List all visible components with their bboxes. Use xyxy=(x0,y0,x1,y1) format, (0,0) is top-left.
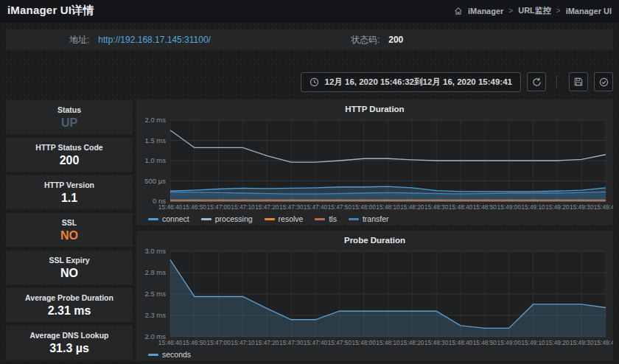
legend-swatch xyxy=(201,218,211,220)
y-axis-tick: 2.0 ms xyxy=(144,116,166,124)
x-axis-tick: 15:47:10 xyxy=(231,203,255,211)
y-axis-tick: 3.0 ms xyxy=(144,248,166,255)
x-axis-tick: 15:47:00 xyxy=(207,203,231,211)
http-duration-panel: HTTP Duration 2.0 ms1.5 ms1.0 ms500 µs0 … xyxy=(136,99,613,225)
stat-label: Average Probe Duration xyxy=(25,293,113,302)
stat-value: UP xyxy=(61,116,77,130)
x-axis-tick: 15:49:10 xyxy=(521,203,545,211)
stat-panel-average-probe-duration[interactable]: Average Probe Duration 2.31 ms xyxy=(6,288,133,322)
stat-value: NO xyxy=(60,267,78,280)
floppy-disk-icon xyxy=(574,77,583,86)
top-header-bar: iManager UI详情 iManager > URL监控 > iManage… xyxy=(0,0,619,22)
breadcrumb: iManager > URL监控 > iManager UI xyxy=(454,5,612,16)
x-axis-tick: 15:47:20 xyxy=(255,339,279,346)
clock-icon xyxy=(310,77,319,87)
refresh-button[interactable] xyxy=(527,72,546,91)
probe-duration-chart[interactable]: 3.0 ms2.8 ms2.5 ms2.3 ms2.0 ms15:46:4015… xyxy=(136,248,613,348)
chart-title: HTTP Duration xyxy=(136,99,613,116)
stat-panel-http-status-code[interactable]: HTTP Status Code 200 xyxy=(6,138,133,172)
x-axis-tick: 15:48:40 xyxy=(449,339,473,346)
x-axis-tick: 15:47:50 xyxy=(328,203,352,211)
breadcrumb-item-imanager[interactable]: iManager xyxy=(468,7,503,15)
x-axis-tick: 15:46:40 xyxy=(158,203,183,211)
legend-item-processing[interactable]: processing xyxy=(201,214,253,223)
x-axis-tick: 15:49:30 xyxy=(570,203,594,211)
stat-label: SSL Expiry xyxy=(49,256,89,265)
stat-panel-ssl[interactable]: SSL NO xyxy=(6,213,133,247)
status-code-value: 200 xyxy=(388,35,403,45)
refresh-icon xyxy=(532,77,542,87)
x-axis-tick: 15:46:50 xyxy=(183,203,207,211)
x-axis-tick: 15:47:20 xyxy=(255,203,279,211)
status-code-label: 状态码: xyxy=(351,34,380,46)
chevron-right-icon: > xyxy=(508,7,513,15)
x-axis-tick: 15:49:20 xyxy=(545,339,570,346)
http-duration-legend: connectprocessingresolvetlstransfer xyxy=(136,212,613,225)
y-axis-tick: 500 µs xyxy=(144,177,166,185)
legend-label: connect xyxy=(162,214,189,223)
legend-item-seconds[interactable]: seconds xyxy=(148,350,191,359)
legend-label: processing xyxy=(215,214,253,223)
breadcrumb-item-url-monitor[interactable]: URL监控 xyxy=(518,5,551,16)
x-axis-tick: 15:48:10 xyxy=(376,203,400,211)
x-axis-tick: 15:47:00 xyxy=(207,339,231,346)
page-title: iManager UI详情 xyxy=(7,4,94,18)
probe-duration-legend: seconds xyxy=(136,348,613,361)
stat-panel-ssl-expiry[interactable]: SSL Expiry NO xyxy=(6,251,133,284)
legend-swatch xyxy=(315,218,325,220)
x-axis-tick: 15:47:40 xyxy=(304,339,328,346)
x-axis-tick: 15:48:50 xyxy=(473,203,497,211)
stat-panel-status[interactable]: Status UP xyxy=(6,100,133,134)
legend-swatch xyxy=(265,218,275,220)
check-circle-icon xyxy=(599,77,609,87)
legend-swatch xyxy=(349,218,359,220)
address-label: 地址: xyxy=(69,34,89,46)
x-axis-tick: 15:49:00 xyxy=(497,203,522,211)
x-axis-tick: 15:48:30 xyxy=(424,339,449,346)
auto-refresh-button[interactable] xyxy=(594,72,613,91)
stat-value: 31.3 µs xyxy=(49,342,89,355)
stat-label: Average DNS Lookup xyxy=(30,331,109,340)
x-axis-tick: 15:48:00 xyxy=(352,203,377,211)
stat-value: 200 xyxy=(60,154,80,167)
legend-item-resolve[interactable]: resolve xyxy=(265,214,304,223)
probe-duration-panel: Probe Duration 3.0 ms2.8 ms2.5 ms2.3 ms2… xyxy=(136,231,613,361)
x-axis-tick: 15:47:50 xyxy=(328,339,352,346)
time-range-picker[interactable]: 12月 16, 2020 15:46:32到12月 16, 2020 15:49… xyxy=(301,72,521,92)
stat-value: NO xyxy=(60,229,78,242)
x-axis-tick: 15:48:20 xyxy=(400,203,424,211)
chevron-right-icon: > xyxy=(556,7,561,15)
legend-label: transfer xyxy=(363,214,389,223)
home-icon[interactable] xyxy=(454,7,463,15)
x-axis-tick: 15:49:10 xyxy=(521,339,545,346)
x-axis-tick: 15:49:20 xyxy=(545,203,570,211)
x-axis-tick: 15:48:10 xyxy=(376,339,400,346)
x-axis-tick: 15:49:40 xyxy=(594,339,613,346)
legend-label: tls xyxy=(329,214,337,223)
legend-swatch xyxy=(148,354,158,356)
stat-value: 2.31 ms xyxy=(48,304,91,318)
x-axis-tick: 15:47:30 xyxy=(279,203,304,211)
x-axis-tick: 15:48:30 xyxy=(424,203,449,211)
save-button[interactable] xyxy=(569,72,588,91)
http-duration-chart[interactable]: 2.0 ms1.5 ms1.0 ms500 µs0 ns15:46:4015:4… xyxy=(136,116,613,212)
stat-label: HTTP Status Code xyxy=(35,143,102,152)
y-axis-tick: 2.8 ms xyxy=(144,268,166,276)
x-axis-tick: 15:49:30 xyxy=(570,339,594,346)
x-axis-tick: 15:48:00 xyxy=(352,339,377,346)
legend-item-connect[interactable]: connect xyxy=(148,214,189,223)
legend-item-tls[interactable]: tls xyxy=(315,214,337,223)
y-axis-tick: 2.3 ms xyxy=(144,311,166,319)
toolbar-divider xyxy=(556,75,557,88)
info-bar: 地址: http://192.168.17.145:31100/ 状态码: 20… xyxy=(6,29,613,50)
legend-swatch xyxy=(148,218,158,220)
x-axis-tick: 15:48:40 xyxy=(449,203,473,211)
x-axis-tick: 15:47:10 xyxy=(231,339,255,346)
legend-item-transfer[interactable]: transfer xyxy=(349,214,389,223)
time-range-text: 12月 16, 2020 15:46:32到12月 16, 2020 15:49… xyxy=(325,77,512,88)
stat-panel-http-version[interactable]: HTTP Version 1.1 xyxy=(6,175,133,209)
stat-panel-average-dns-lookup[interactable]: Average DNS Lookup 31.3 µs xyxy=(6,326,133,360)
y-axis-tick: 1.5 ms xyxy=(144,136,166,144)
address-link[interactable]: http://192.168.17.145:31100/ xyxy=(98,35,211,45)
x-axis-tick: 15:48:50 xyxy=(473,339,497,346)
